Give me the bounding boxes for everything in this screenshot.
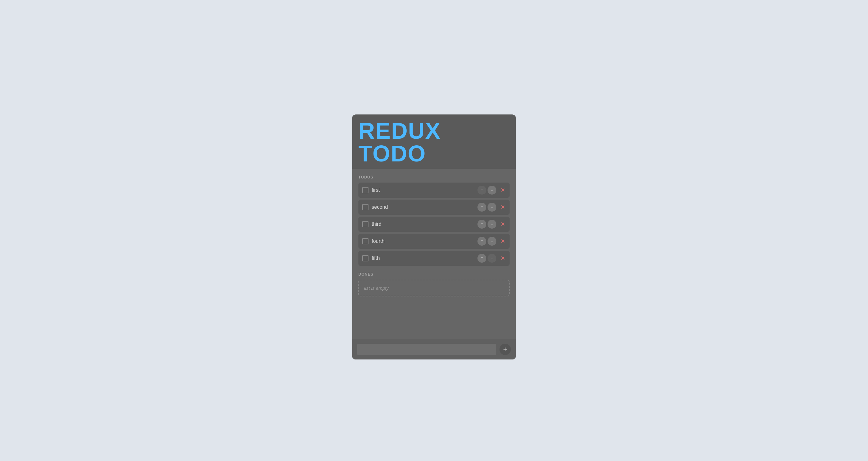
move-down-btn-2[interactable]: ⌄ [488, 203, 496, 211]
todo-item: third ⌃ ⌄ ✕ [359, 217, 509, 232]
move-up-btn-2[interactable]: ⌃ [477, 203, 486, 211]
move-down-btn-5[interactable]: ⌄ [488, 254, 496, 263]
add-todo-button[interactable]: + [499, 344, 511, 355]
todo-text-3: third [372, 221, 474, 227]
move-up-btn-1[interactable]: ⌃ [477, 186, 486, 195]
todo-list: first ⌃ ⌄ ✕ second ⌃ ⌄ ✕ t [359, 182, 509, 266]
todo-controls-3: ⌃ ⌄ ✕ [477, 220, 506, 229]
dones-section-label: DONES [359, 272, 509, 277]
todo-item: second ⌃ ⌄ ✕ [359, 200, 509, 215]
todo-item: fifth ⌃ ⌄ ✕ [359, 251, 509, 266]
delete-btn-1[interactable]: ✕ [499, 186, 506, 194]
move-down-btn-3[interactable]: ⌄ [488, 220, 496, 229]
app-container: REDUX TODO TODOS first ⌃ ⌄ ✕ second ⌃ [352, 114, 516, 359]
delete-btn-4[interactable]: ✕ [499, 237, 506, 245]
todo-checkbox-1[interactable] [362, 187, 369, 193]
delete-btn-2[interactable]: ✕ [499, 203, 506, 211]
move-up-btn-5[interactable]: ⌃ [477, 254, 486, 263]
new-todo-input[interactable] [357, 344, 496, 355]
todo-checkbox-2[interactable] [362, 204, 369, 210]
todo-controls-4: ⌃ ⌄ ✕ [477, 237, 506, 246]
delete-btn-3[interactable]: ✕ [499, 221, 506, 228]
todo-checkbox-4[interactable] [362, 238, 369, 244]
todo-item: first ⌃ ⌄ ✕ [359, 182, 509, 198]
move-up-btn-3[interactable]: ⌃ [477, 220, 486, 229]
todos-section-label: TODOS [359, 175, 509, 179]
move-up-btn-4[interactable]: ⌃ [477, 237, 486, 246]
todo-checkbox-5[interactable] [362, 255, 369, 261]
dones-empty-message: list is empty [359, 280, 509, 296]
todo-text-2: second [372, 204, 474, 210]
todo-item: fourth ⌃ ⌄ ✕ [359, 234, 509, 249]
move-down-btn-4[interactable]: ⌄ [488, 237, 496, 246]
todo-text-1: first [372, 187, 474, 193]
delete-btn-5[interactable]: ✕ [499, 255, 506, 262]
add-bar: + [352, 339, 516, 359]
move-down-btn-1[interactable]: ⌄ [488, 186, 496, 195]
app-body: TODOS first ⌃ ⌄ ✕ second ⌃ ⌄ ✕ [352, 169, 516, 359]
todo-text-5: fifth [372, 255, 474, 261]
todo-controls-1: ⌃ ⌄ ✕ [477, 186, 506, 195]
spacer [359, 301, 509, 339]
todo-text-4: fourth [372, 238, 474, 244]
app-title: REDUX TODO [352, 114, 516, 169]
todo-checkbox-3[interactable] [362, 221, 369, 227]
dones-section: DONES list is empty [359, 272, 509, 296]
todo-controls-5: ⌃ ⌄ ✕ [477, 254, 506, 263]
todo-controls-2: ⌃ ⌄ ✕ [477, 203, 506, 211]
